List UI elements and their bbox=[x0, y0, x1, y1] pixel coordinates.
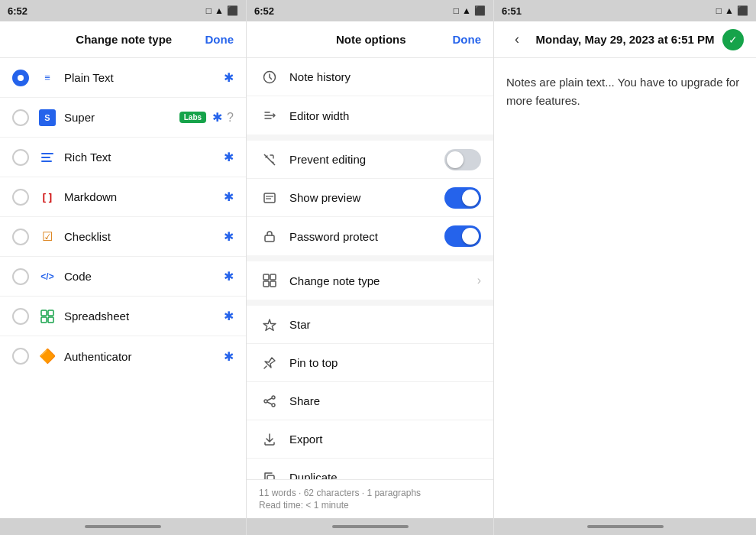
radio-super bbox=[12, 109, 29, 126]
type-label-spreadsheet: Spreadsheet bbox=[64, 310, 218, 323]
type-item-super[interactable]: S Super Labs ✱ ? bbox=[0, 98, 246, 138]
option-share[interactable]: Share bbox=[247, 382, 493, 420]
svg-rect-6 bbox=[48, 317, 53, 323]
home-bar-1 bbox=[85, 525, 161, 528]
option-show-preview[interactable]: Show preview bbox=[247, 179, 493, 217]
option-editor-width[interactable]: Editor width bbox=[247, 96, 493, 135]
option-change-note-type[interactable]: Change note type › bbox=[247, 261, 493, 300]
show-preview-toggle[interactable] bbox=[444, 187, 481, 209]
option-note-history[interactable]: Note history bbox=[247, 58, 493, 96]
radio-plain-text bbox=[12, 70, 29, 86]
radio-checklist bbox=[12, 229, 29, 245]
home-indicator-3 bbox=[494, 518, 756, 535]
home-bar-2 bbox=[332, 525, 409, 528]
footer-stats: 11 words · 62 characters · 1 paragraphs bbox=[259, 488, 481, 498]
panel2-done-button[interactable]: Done bbox=[453, 33, 482, 46]
type-icon-spreadsheet bbox=[38, 307, 57, 326]
svg-rect-3 bbox=[41, 310, 47, 316]
svg-point-20 bbox=[272, 404, 275, 407]
signal-icon: ⬛ bbox=[227, 5, 238, 16]
note-date: Monday, May 29, 2023 at 6:51 PM bbox=[535, 33, 715, 46]
type-star-authenticator: ✱ bbox=[224, 349, 234, 364]
status-bar-1: 6:52 □ ▲ ⬛ bbox=[0, 0, 246, 21]
type-label-super: Super bbox=[64, 111, 173, 124]
note-content: Notes are plain text... You have to upgr… bbox=[506, 76, 739, 107]
type-item-checklist[interactable]: ☑ Checklist ✱ bbox=[0, 217, 246, 257]
note-header: ‹ Monday, May 29, 2023 at 6:51 PM ✓ bbox=[494, 21, 756, 58]
svg-line-21 bbox=[267, 398, 272, 400]
status-time-1: 6:52 bbox=[8, 5, 27, 17]
back-button[interactable]: ‹ bbox=[506, 29, 528, 50]
editor-width-label: Editor width bbox=[289, 109, 481, 122]
type-label-markdown: Markdown bbox=[64, 190, 218, 203]
note-history-icon bbox=[259, 66, 280, 88]
wifi-icon: ▲ bbox=[215, 5, 224, 16]
svg-rect-5 bbox=[41, 317, 47, 323]
type-star-checklist: ✱ bbox=[224, 229, 234, 244]
type-item-authenticator[interactable]: 🔶 Authenticator ✱ bbox=[0, 336, 246, 376]
note-body[interactable]: Notes are plain text... You have to upgr… bbox=[494, 58, 756, 518]
editor-width-icon bbox=[259, 105, 280, 126]
options-section-4: Star Pin to top Share Export bbox=[247, 306, 493, 479]
show-preview-label: Show preview bbox=[289, 191, 444, 204]
header-note-options: Note options Done bbox=[247, 21, 493, 58]
panel1-header-title: Change note type bbox=[43, 33, 205, 46]
option-star[interactable]: Star bbox=[247, 306, 493, 344]
options-list: Note history Editor width Prevent editin… bbox=[247, 58, 493, 479]
battery-icon-3: □ bbox=[716, 5, 722, 16]
panel-note-view: 6:51 □ ▲ ⬛ ‹ Monday, May 29, 2023 at 6:5… bbox=[494, 0, 756, 535]
type-label-rich-text: Rich Text bbox=[64, 151, 218, 164]
home-indicator-2 bbox=[247, 518, 493, 535]
type-item-spreadsheet[interactable]: Spreadsheet ✱ bbox=[0, 297, 246, 336]
option-export[interactable]: Export bbox=[247, 420, 493, 459]
status-icons-1: □ ▲ ⬛ bbox=[206, 5, 238, 16]
show-preview-icon bbox=[259, 187, 280, 209]
radio-code bbox=[12, 268, 29, 285]
password-protect-knob bbox=[462, 228, 479, 245]
option-pin-to-top[interactable]: Pin to top bbox=[247, 344, 493, 382]
prevent-editing-toggle[interactable] bbox=[444, 149, 481, 170]
wifi-icon-3: ▲ bbox=[725, 5, 734, 16]
svg-rect-2 bbox=[41, 160, 52, 162]
type-icon-super: S bbox=[38, 109, 57, 127]
option-password-protect[interactable]: Password protect bbox=[247, 217, 493, 255]
note-check-icon: ✓ bbox=[722, 29, 744, 50]
share-icon bbox=[259, 391, 280, 412]
svg-rect-12 bbox=[265, 235, 274, 242]
home-indicator-1 bbox=[0, 518, 246, 535]
type-item-plain-text[interactable]: ≡ Plain Text ✱ bbox=[0, 58, 246, 98]
type-star-rich-text: ✱ bbox=[224, 150, 234, 164]
signal-icon-3: ⬛ bbox=[737, 5, 748, 16]
type-label-code: Code bbox=[64, 270, 218, 283]
panel-change-note-type: 6:52 □ ▲ ⬛ Change note type Done ≡ Plain… bbox=[0, 0, 247, 535]
type-info-super: ? bbox=[227, 111, 234, 125]
super-labs-badge: Labs bbox=[179, 112, 206, 123]
type-icon-rich-text bbox=[38, 148, 57, 167]
svg-rect-15 bbox=[263, 281, 269, 287]
svg-rect-14 bbox=[270, 274, 276, 280]
password-protect-label: Password protect bbox=[289, 230, 444, 243]
status-bar-3: 6:51 □ ▲ ⬛ bbox=[494, 0, 756, 21]
change-note-type-chevron: › bbox=[477, 274, 481, 287]
duplicate-label: Duplicate bbox=[289, 471, 481, 479]
type-icon-checklist: ☑ bbox=[38, 228, 57, 246]
password-protect-icon bbox=[259, 225, 280, 247]
type-item-rich-text[interactable]: Rich Text ✱ bbox=[0, 138, 246, 177]
option-duplicate[interactable]: Duplicate bbox=[247, 459, 493, 479]
radio-spreadsheet bbox=[12, 308, 29, 325]
password-protect-toggle[interactable] bbox=[444, 225, 481, 247]
status-icons-3: □ ▲ ⬛ bbox=[716, 5, 748, 16]
panel2-header-title: Note options bbox=[289, 33, 453, 46]
note-history-label: Note history bbox=[289, 70, 481, 83]
option-prevent-editing[interactable]: Prevent editing bbox=[247, 141, 493, 179]
status-time-3: 6:51 bbox=[502, 5, 522, 17]
pin-icon bbox=[259, 352, 280, 374]
radio-markdown bbox=[12, 189, 29, 206]
panel1-done-button[interactable]: Done bbox=[205, 33, 234, 46]
type-icon-plain-text: ≡ bbox=[38, 69, 57, 87]
type-item-code[interactable]: </> Code ✱ bbox=[0, 257, 246, 297]
svg-line-22 bbox=[267, 402, 272, 404]
type-item-markdown[interactable]: [ ] Markdown ✱ bbox=[0, 177, 246, 217]
battery-icon: □ bbox=[206, 5, 212, 16]
change-note-type-icon bbox=[259, 270, 280, 291]
